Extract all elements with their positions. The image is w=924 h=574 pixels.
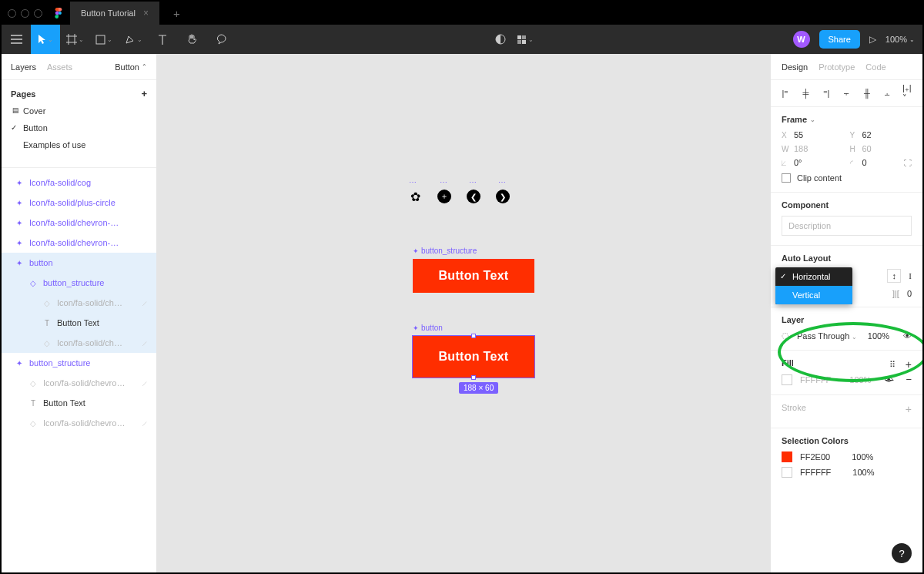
visibility-icon[interactable]: ⟋ — [141, 419, 149, 428]
add-page-button[interactable]: + — [141, 88, 147, 99]
x-input[interactable]: 55 — [794, 130, 803, 139]
layer-icon-child-3[interactable]: ◇Icon/fa-solid/chevro…⟋ — [2, 373, 156, 393]
layer-opacity-input[interactable]: 100% — [868, 331, 889, 341]
canvas-plus-circle-icon[interactable]: ＋ — [437, 190, 451, 203]
layer-icon-cog[interactable]: ✦Icon/fa-solid/cog — [2, 173, 156, 193]
blend-mode-select[interactable]: Pass Through ⌄ — [797, 331, 857, 341]
canvas-chevron-right-icon[interactable]: ❯ — [496, 190, 510, 203]
canvas[interactable]: ✿ ＋ ❮ ❯ ✦button_structure Button Text ✦b… — [157, 54, 770, 572]
selcolor-pct-1[interactable]: 100% — [852, 452, 873, 462]
selection-handle[interactable] — [471, 375, 476, 380]
remove-fill-button[interactable]: − — [906, 374, 912, 385]
auto-layout-direction-dropdown[interactable]: Horizontal Vertical — [775, 267, 852, 304]
chevron-down-icon[interactable]: ⌄ — [810, 116, 815, 123]
shape-tool-button[interactable]: ⌄ — [89, 25, 119, 54]
pen-tool-button[interactable]: ⌄ — [119, 25, 148, 54]
page-examples[interactable]: Examples of use — [2, 136, 156, 153]
fill-styles-icon[interactable]: ⠿ — [889, 360, 896, 370]
layer-button-text-1[interactable]: TButton Text — [2, 313, 156, 333]
layer-button-text-2[interactable]: TButton Text — [2, 393, 156, 413]
distribute-icon[interactable]: |₊|˅ — [902, 88, 913, 99]
align-right-icon[interactable]: ⁼| — [821, 88, 832, 99]
selcolor-pct-2[interactable]: 100% — [852, 468, 874, 477]
visibility-icon[interactable]: 👁 — [903, 331, 912, 341]
tab-design[interactable]: Design — [782, 62, 808, 72]
fill-hex[interactable]: FFFFFF — [800, 375, 831, 384]
new-tab-button[interactable]: + — [166, 7, 188, 20]
canvas-cog-icon[interactable]: ✿ — [408, 190, 422, 203]
tab-layers[interactable]: Layers — [11, 62, 36, 72]
user-avatar[interactable]: W — [793, 31, 810, 48]
h-input[interactable]: 60 — [862, 144, 872, 153]
tab-assets[interactable]: Assets — [47, 62, 72, 72]
page-cover[interactable]: ▤Cover — [2, 102, 156, 119]
page-button[interactable]: Button — [2, 119, 156, 136]
visibility-icon[interactable]: ⟋ — [141, 339, 149, 347]
canvas-label-2[interactable]: ✦button — [413, 324, 443, 332]
fill-opacity[interactable]: 100% — [849, 375, 871, 384]
tab-prototype[interactable]: Prototype — [819, 62, 855, 72]
present-button[interactable]: ▷ — [869, 34, 876, 45]
traffic-max-icon[interactable] — [34, 9, 42, 18]
traffic-min-icon[interactable] — [21, 9, 29, 18]
visibility-icon[interactable]: ⟋ — [141, 299, 149, 307]
expand-radius-icon[interactable]: ⛶ — [904, 159, 912, 167]
hand-tool-button[interactable] — [177, 25, 206, 54]
rotation-input[interactable]: 0° — [794, 158, 802, 167]
align-top-icon[interactable]: ⫟ — [842, 88, 852, 99]
fill-swatch[interactable] — [782, 374, 792, 385]
layer-icon-child-4[interactable]: ◇Icon/fa-solid/chevro…⟋ — [2, 413, 156, 433]
layer-button[interactable]: ✦button — [2, 253, 156, 273]
frame-tool-button[interactable]: ⌄ — [60, 25, 89, 54]
main-menu-button[interactable] — [2, 25, 31, 54]
auto-layout-option-horizontal[interactable]: Horizontal — [775, 267, 852, 286]
selcolor-hex-2[interactable]: FFFFFF — [800, 468, 831, 477]
comment-tool-button[interactable] — [206, 25, 236, 54]
component-tool-button[interactable]: ⌄ — [517, 34, 534, 45]
figma-logo-icon[interactable] — [53, 8, 64, 18]
add-fill-button[interactable]: + — [906, 358, 912, 371]
file-tab[interactable]: Button Tutorial × — [70, 2, 159, 25]
move-tool-button[interactable]: ⌄ — [31, 25, 60, 54]
radius-input[interactable]: 0 — [862, 158, 867, 167]
canvas-chevron-left-icon[interactable]: ❮ — [467, 190, 480, 203]
traffic-close-icon[interactable] — [8, 9, 16, 18]
auto-layout-spacing-input[interactable]: 0 — [907, 289, 912, 298]
selcolor-hex-1[interactable]: FF2E00 — [800, 452, 830, 462]
layer-icon-chevron-right[interactable]: ✦Icon/fa-solid/chevron-circle-right — [2, 233, 156, 253]
visibility-icon[interactable]: ⟋ — [141, 379, 149, 388]
canvas-button-1[interactable]: Button Text — [413, 259, 534, 293]
w-input[interactable]: 188 — [794, 144, 808, 153]
selection-handle[interactable] — [471, 334, 476, 338]
layer-button-structure-2[interactable]: ✦button_structure — [2, 353, 156, 373]
auto-layout-padding-icon[interactable]: ↕ — [887, 269, 901, 283]
clip-content-checkbox[interactable] — [782, 173, 791, 183]
tab-code[interactable]: Code — [865, 62, 886, 72]
align-hcenter-icon[interactable]: ╪ — [801, 88, 812, 99]
layer-button-structure[interactable]: ◇button_structure — [2, 273, 156, 293]
share-button[interactable]: Share — [819, 30, 860, 49]
text-tool-button[interactable] — [148, 25, 177, 54]
align-bottom-icon[interactable]: ⫠ — [882, 88, 893, 99]
help-button[interactable]: ? — [892, 543, 912, 563]
close-tab-icon[interactable]: × — [143, 8, 149, 18]
align-vcenter-icon[interactable]: ╫ — [862, 88, 872, 99]
layer-icon-plus-circle[interactable]: ✦Icon/fa-solid/plus-circle — [2, 193, 156, 213]
layer-icon-child-1[interactable]: ◇Icon/fa-solid/ch…⟋ — [2, 293, 156, 313]
canvas-button-2-selected[interactable]: Button Text — [413, 336, 534, 378]
selcolor-swatch-1[interactable] — [782, 451, 792, 462]
fill-visibility-icon[interactable]: 👁 — [885, 375, 893, 384]
zoom-select[interactable]: 100%⌄ — [886, 35, 915, 44]
window-controls[interactable] — [8, 9, 42, 18]
component-description-input[interactable]: Description — [782, 216, 912, 236]
y-input[interactable]: 62 — [862, 130, 872, 139]
selcolor-swatch-2[interactable] — [782, 467, 792, 478]
align-left-icon[interactable]: |⁼ — [780, 88, 791, 99]
canvas-label-1[interactable]: ✦button_structure — [413, 247, 477, 255]
layer-icon-chevron-left[interactable]: ✦Icon/fa-solid/chevron-circle-left — [2, 213, 156, 233]
layer-icon-child-2[interactable]: ◇Icon/fa-solid/ch…⟋ — [2, 333, 156, 353]
dark-mode-icon[interactable] — [495, 34, 506, 45]
page-selector[interactable]: Button⌃ — [115, 62, 147, 72]
auto-layout-option-vertical[interactable]: Vertical — [775, 286, 852, 304]
add-stroke-button[interactable]: + — [906, 403, 912, 415]
